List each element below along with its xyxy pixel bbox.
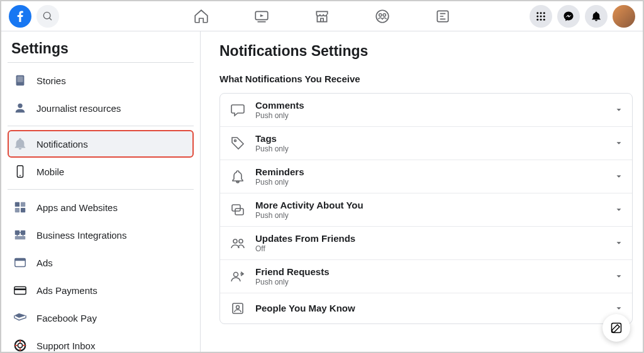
nav-marketplace[interactable] — [313, 8, 331, 25]
row-text: Friend Requests Push only — [255, 266, 606, 286]
sidebar-item-apps[interactable]: Apps and Websites — [8, 193, 194, 221]
sidebar-item-ads[interactable]: Ads — [8, 249, 194, 276]
row-comments[interactable]: Comments Push only — [220, 94, 632, 127]
sidebar-item-label: Mobile — [36, 166, 64, 177]
chevron-down-icon — [614, 304, 623, 313]
svg-point-18 — [19, 175, 21, 176]
row-subtitle: Off — [255, 244, 606, 253]
svg-point-7 — [543, 12, 545, 14]
row-subtitle: Push only — [255, 178, 606, 187]
svg-point-13 — [543, 18, 545, 20]
watch-icon — [253, 8, 270, 24]
reminders-icon — [229, 168, 247, 185]
sidebar-item-notifications[interactable]: Notifications — [8, 130, 194, 158]
nav-watch[interactable] — [253, 8, 270, 25]
svg-rect-19 — [15, 202, 19, 207]
sidebar-item-support[interactable]: Support Inbox — [8, 332, 194, 352]
messenger-icon — [563, 11, 574, 22]
row-text: More Activity About You Push only — [255, 200, 606, 220]
compose-fab[interactable] — [602, 314, 630, 342]
svg-point-9 — [540, 15, 542, 17]
row-text: People You May Know — [255, 303, 606, 314]
svg-rect-27 — [15, 259, 26, 261]
row-subtitle: Push only — [255, 144, 606, 153]
svg-point-12 — [540, 18, 542, 20]
bell-icon — [591, 11, 602, 22]
friends-icon — [229, 234, 247, 252]
notifications-button[interactable] — [585, 5, 608, 28]
sidebar-item-label: Ads — [36, 258, 53, 268]
messenger-button[interactable] — [557, 5, 580, 28]
tags-icon — [229, 134, 247, 152]
nav-home[interactable] — [192, 8, 210, 25]
search-icon — [43, 11, 53, 21]
stories-icon — [11, 72, 29, 89]
row-tags[interactable]: Tags Push only — [220, 127, 632, 160]
svg-point-36 — [233, 239, 237, 243]
row-more-activity[interactable]: More Activity About You Push only — [220, 193, 632, 227]
svg-rect-34 — [232, 205, 240, 211]
chevron-down-icon — [614, 139, 623, 148]
row-title: Updates From Friends — [255, 233, 606, 244]
home-icon — [193, 8, 209, 24]
row-title: More Activity About You — [255, 200, 606, 210]
svg-rect-23 — [15, 231, 19, 235]
apps-icon — [11, 198, 29, 216]
row-title: Tags — [255, 133, 606, 144]
svg-rect-29 — [14, 288, 26, 290]
row-title: Friend Requests — [255, 266, 606, 277]
sidebar-item-ads-payments[interactable]: Ads Payments — [8, 276, 194, 304]
sidebar-item-label: Support Inbox — [36, 340, 95, 351]
top-header — [1, 1, 643, 31]
chevron-down-icon — [614, 272, 623, 281]
sidebar-item-label: Apps and Websites — [36, 202, 118, 213]
svg-rect-28 — [14, 287, 26, 295]
facebook-icon — [13, 9, 28, 24]
row-text: Updates From Friends Off — [255, 233, 606, 253]
chevron-down-icon — [614, 172, 623, 181]
sidebar-item-journalist[interactable]: Journalist resources — [8, 94, 194, 122]
svg-point-8 — [536, 15, 538, 17]
sidebar-item-business[interactable]: Business Integrations — [8, 221, 194, 249]
svg-point-5 — [536, 12, 538, 14]
row-subtitle: Push only — [255, 111, 606, 120]
credit-card-icon — [11, 281, 29, 299]
nav-news[interactable] — [434, 8, 452, 25]
main-content: Notifications Settings What Notification… — [201, 31, 643, 352]
chevron-down-icon — [614, 106, 623, 114]
row-title: People You May Know — [255, 303, 606, 313]
svg-point-3 — [383, 13, 386, 16]
nav-groups[interactable] — [374, 8, 391, 25]
sidebar-item-facebook-pay[interactable]: Facebook Pay — [8, 304, 194, 332]
journalist-icon — [11, 99, 29, 117]
row-title: Comments — [255, 100, 606, 111]
sidebar-item-label: Notifications — [36, 139, 88, 149]
svg-point-16 — [18, 104, 22, 108]
row-reminders[interactable]: Reminders Push only — [220, 160, 632, 193]
svg-point-2 — [379, 13, 382, 16]
sidebar-item-label: Business Integrations — [36, 230, 126, 241]
svg-point-37 — [239, 239, 243, 243]
chevron-down-icon — [614, 205, 623, 214]
comments-icon — [229, 101, 247, 119]
row-friend-requests[interactable]: Friend Requests Push only — [220, 260, 632, 293]
sidebar-divider — [8, 189, 194, 190]
profile-avatar[interactable] — [613, 5, 635, 28]
svg-rect-24 — [21, 231, 25, 235]
sidebar-item-label: Journalist resources — [36, 103, 121, 114]
ads-icon — [11, 254, 29, 271]
row-people-you-may-know[interactable]: People You May Know — [220, 293, 632, 323]
row-text: Comments Push only — [255, 100, 606, 120]
sidebar-item-mobile[interactable]: Mobile — [8, 158, 194, 185]
sidebar-divider — [8, 126, 194, 126]
svg-rect-20 — [21, 202, 25, 207]
menu-button[interactable] — [530, 5, 552, 28]
header-left — [9, 5, 59, 28]
facebook-logo[interactable] — [9, 5, 31, 28]
notifications-side-icon — [11, 135, 29, 153]
page-title: Notifications Settings — [219, 43, 633, 60]
search-button[interactable] — [36, 5, 59, 28]
row-updates-friends[interactable]: Updates From Friends Off — [220, 227, 632, 260]
svg-rect-25 — [15, 236, 26, 240]
sidebar-item-stories[interactable]: Stories — [8, 67, 194, 94]
